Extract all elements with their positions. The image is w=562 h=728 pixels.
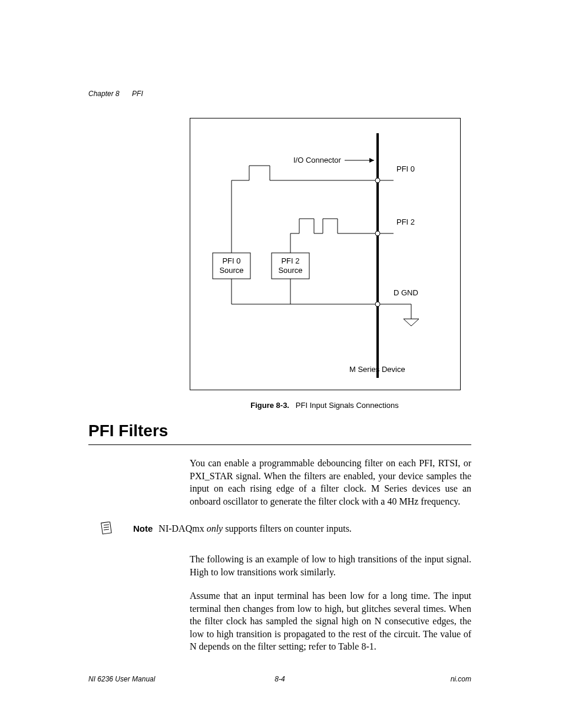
note-label: Note [133,523,153,533]
footer-center: 8-4 [275,675,285,683]
label-pfi2: PFI 2 [396,218,415,226]
label-pfi2-source-l1: PFI 2 [281,256,299,265]
label-dgnd: D GND [394,288,418,297]
label-pfi2-source-l2: Source [278,266,302,275]
label-pfi0: PFI 0 [396,164,415,173]
section-heading: PFI Filters [88,421,168,440]
label-ioconnector: I/O Connector [293,156,342,164]
note-icon [100,522,113,537]
figure-caption-text: PFI Input Signals Connections [296,401,399,410]
figure-caption-number: Figure 8-3. [250,401,289,410]
note-row: Note NI-DAQmx only supports filters on c… [100,522,471,537]
paragraph-2: The following is an example of low to hi… [190,553,471,578]
svg-marker-9 [369,158,374,163]
figure-diagram: PFI 0 PFI 2 D GND I/O Connector M Series… [190,118,461,390]
note-italic: only [207,523,223,533]
chapter-number: Chapter 8 [88,90,120,98]
svg-rect-17 [101,522,111,534]
section-rule [88,444,471,445]
svg-point-1 [375,178,380,183]
diagram-svg: PFI 0 PFI 2 D GND I/O Connector M Series… [190,118,460,390]
chapter-title: PFI [132,90,143,98]
paragraph-1: You can enable a programmable debouncing… [190,457,471,508]
svg-point-5 [375,302,380,307]
footer-left: NI 6236 User Manual [88,675,155,683]
figure-caption: Figure 8-3. PFI Input Signals Connection… [190,401,459,410]
note-text: NI-DAQmx only supports filters on counte… [158,523,352,533]
footer-right: ni.com [451,675,471,683]
paragraph-3: Assume that an input terminal has been l… [190,589,471,653]
label-device: M Series Device [349,365,405,374]
page: Chapter 8 PFI PFI 0 PFI 2 D GND I/O Conn… [0,0,562,728]
svg-point-3 [375,231,380,236]
note-post: supports filters on counter inputs. [223,523,352,533]
label-pfi0-source-l1: PFI 0 [222,256,240,265]
note-pre: NI-DAQmx [158,523,206,533]
page-header: Chapter 8 PFI [88,90,143,98]
label-pfi0-source-l2: Source [219,266,243,275]
